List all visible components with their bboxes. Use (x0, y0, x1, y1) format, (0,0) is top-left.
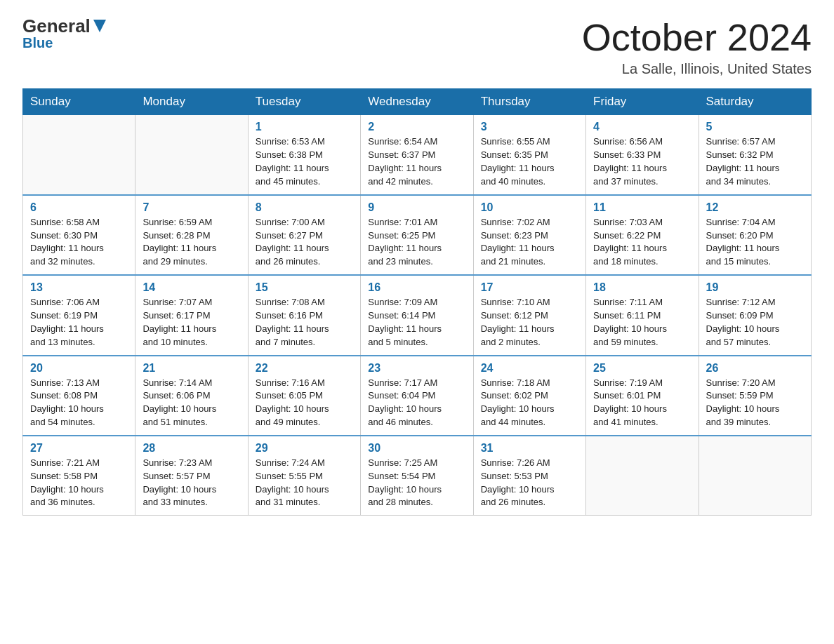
day-info: Sunrise: 7:14 AM Sunset: 6:06 PM Dayligh… (143, 377, 240, 429)
calendar-day-cell: 12Sunrise: 7:04 AM Sunset: 6:20 PM Dayli… (699, 195, 811, 275)
day-number: 7 (143, 201, 240, 214)
day-info: Sunrise: 6:57 AM Sunset: 6:32 PM Dayligh… (706, 135, 804, 188)
day-info: Sunrise: 7:10 AM Sunset: 6:12 PM Dayligh… (481, 296, 578, 349)
calendar-day-cell: 24Sunrise: 7:18 AM Sunset: 6:02 PM Dayli… (473, 356, 585, 436)
calendar-day-cell: 21Sunrise: 7:14 AM Sunset: 6:06 PM Dayli… (135, 356, 248, 436)
calendar-day-cell: 31Sunrise: 7:26 AM Sunset: 5:53 PM Dayli… (473, 436, 585, 516)
day-number: 21 (143, 362, 240, 375)
day-info: Sunrise: 6:53 AM Sunset: 6:38 PM Dayligh… (256, 135, 353, 188)
day-number: 24 (481, 362, 578, 375)
calendar-day-cell (135, 115, 248, 195)
day-number: 26 (706, 362, 804, 375)
day-info: Sunrise: 7:04 AM Sunset: 6:20 PM Dayligh… (706, 216, 804, 269)
calendar-day-cell: 11Sunrise: 7:03 AM Sunset: 6:22 PM Dayli… (586, 195, 699, 275)
day-info: Sunrise: 7:17 AM Sunset: 6:04 PM Dayligh… (368, 377, 465, 429)
day-info: Sunrise: 7:09 AM Sunset: 6:14 PM Dayligh… (368, 296, 465, 349)
day-info: Sunrise: 7:20 AM Sunset: 5:59 PM Dayligh… (706, 377, 804, 429)
day-number: 11 (593, 201, 691, 214)
day-number: 6 (30, 201, 128, 214)
calendar-day-cell: 30Sunrise: 7:25 AM Sunset: 5:54 PM Dayli… (361, 436, 473, 516)
day-number: 9 (368, 201, 465, 214)
calendar-day-cell: 13Sunrise: 7:06 AM Sunset: 6:19 PM Dayli… (23, 275, 135, 355)
day-info: Sunrise: 7:02 AM Sunset: 6:23 PM Dayligh… (481, 216, 578, 269)
calendar-day-cell: 7Sunrise: 6:59 AM Sunset: 6:28 PM Daylig… (135, 195, 248, 275)
day-header-friday: Friday (586, 89, 699, 115)
calendar-day-cell: 1Sunrise: 6:53 AM Sunset: 6:38 PM Daylig… (248, 115, 360, 195)
calendar-day-cell (699, 436, 811, 516)
day-number: 10 (481, 201, 578, 214)
day-number: 29 (256, 442, 353, 455)
day-info: Sunrise: 6:59 AM Sunset: 6:28 PM Dayligh… (143, 216, 240, 269)
calendar-day-cell: 4Sunrise: 6:56 AM Sunset: 6:33 PM Daylig… (586, 115, 699, 195)
calendar-day-cell: 14Sunrise: 7:07 AM Sunset: 6:17 PM Dayli… (135, 275, 248, 355)
calendar-day-cell: 28Sunrise: 7:23 AM Sunset: 5:57 PM Dayli… (135, 436, 248, 516)
day-number: 18 (593, 281, 691, 294)
day-info: Sunrise: 7:03 AM Sunset: 6:22 PM Dayligh… (593, 216, 691, 269)
day-number: 25 (593, 362, 691, 375)
day-number: 1 (256, 121, 353, 133)
logo-blue-text: Blue (22, 35, 53, 51)
day-info: Sunrise: 7:26 AM Sunset: 5:53 PM Dayligh… (481, 457, 578, 509)
day-info: Sunrise: 7:24 AM Sunset: 5:55 PM Dayligh… (256, 457, 353, 509)
calendar-day-cell: 5Sunrise: 6:57 AM Sunset: 6:32 PM Daylig… (699, 115, 811, 195)
day-info: Sunrise: 7:21 AM Sunset: 5:58 PM Dayligh… (30, 457, 128, 509)
day-info: Sunrise: 7:19 AM Sunset: 6:01 PM Dayligh… (593, 377, 691, 429)
calendar-day-cell: 29Sunrise: 7:24 AM Sunset: 5:55 PM Dayli… (248, 436, 360, 516)
day-number: 30 (368, 442, 465, 455)
calendar-week-row: 13Sunrise: 7:06 AM Sunset: 6:19 PM Dayli… (23, 275, 812, 355)
calendar-week-row: 6Sunrise: 6:58 AM Sunset: 6:30 PM Daylig… (23, 195, 812, 275)
day-info: Sunrise: 7:25 AM Sunset: 5:54 PM Dayligh… (368, 457, 465, 509)
calendar-day-cell: 2Sunrise: 6:54 AM Sunset: 6:37 PM Daylig… (361, 115, 473, 195)
day-number: 12 (706, 201, 804, 214)
day-number: 5 (706, 121, 804, 133)
location-subtitle: La Salle, Illinois, United States (582, 61, 812, 77)
day-info: Sunrise: 7:06 AM Sunset: 6:19 PM Dayligh… (30, 296, 128, 349)
day-info: Sunrise: 6:54 AM Sunset: 6:37 PM Dayligh… (368, 135, 465, 188)
calendar-day-cell (586, 436, 699, 516)
calendar-day-cell: 9Sunrise: 7:01 AM Sunset: 6:25 PM Daylig… (361, 195, 473, 275)
day-number: 23 (368, 362, 465, 375)
day-info: Sunrise: 6:56 AM Sunset: 6:33 PM Dayligh… (593, 135, 691, 188)
day-header-wednesday: Wednesday (361, 89, 473, 115)
day-number: 15 (256, 281, 353, 294)
calendar-table: SundayMondayTuesdayWednesdayThursdayFrid… (22, 88, 812, 516)
day-number: 20 (30, 362, 128, 375)
logo-triangle-icon (92, 18, 107, 34)
day-number: 8 (256, 201, 353, 214)
day-number: 16 (368, 281, 465, 294)
calendar-day-cell: 3Sunrise: 6:55 AM Sunset: 6:35 PM Daylig… (473, 115, 585, 195)
calendar-day-cell (23, 115, 135, 195)
logo: General Blue (22, 17, 107, 51)
calendar-week-row: 27Sunrise: 7:21 AM Sunset: 5:58 PM Dayli… (23, 436, 812, 516)
calendar-day-cell: 8Sunrise: 7:00 AM Sunset: 6:27 PM Daylig… (248, 195, 360, 275)
day-info: Sunrise: 7:13 AM Sunset: 6:08 PM Dayligh… (30, 377, 128, 429)
day-info: Sunrise: 7:08 AM Sunset: 6:16 PM Dayligh… (256, 296, 353, 349)
day-info: Sunrise: 7:00 AM Sunset: 6:27 PM Dayligh… (256, 216, 353, 269)
day-header-thursday: Thursday (473, 89, 585, 115)
title-block: October 2024 La Salle, Illinois, United … (582, 17, 812, 77)
calendar-day-cell: 26Sunrise: 7:20 AM Sunset: 5:59 PM Dayli… (699, 356, 811, 436)
day-number: 22 (256, 362, 353, 375)
calendar-day-cell: 10Sunrise: 7:02 AM Sunset: 6:23 PM Dayli… (473, 195, 585, 275)
calendar-day-cell: 17Sunrise: 7:10 AM Sunset: 6:12 PM Dayli… (473, 275, 585, 355)
day-number: 27 (30, 442, 128, 455)
day-number: 19 (706, 281, 804, 294)
svg-marker-0 (93, 20, 106, 32)
day-header-tuesday: Tuesday (248, 89, 360, 115)
calendar-day-cell: 25Sunrise: 7:19 AM Sunset: 6:01 PM Dayli… (586, 356, 699, 436)
day-info: Sunrise: 7:07 AM Sunset: 6:17 PM Dayligh… (143, 296, 240, 349)
day-number: 2 (368, 121, 465, 133)
calendar-day-cell: 18Sunrise: 7:11 AM Sunset: 6:11 PM Dayli… (586, 275, 699, 355)
day-number: 13 (30, 281, 128, 294)
calendar-day-cell: 22Sunrise: 7:16 AM Sunset: 6:05 PM Dayli… (248, 356, 360, 436)
day-header-sunday: Sunday (23, 89, 135, 115)
day-info: Sunrise: 7:18 AM Sunset: 6:02 PM Dayligh… (481, 377, 578, 429)
calendar-day-cell: 16Sunrise: 7:09 AM Sunset: 6:14 PM Dayli… (361, 275, 473, 355)
page-header: General Blue October 2024 La Salle, Illi… (22, 17, 812, 77)
day-number: 31 (481, 442, 578, 455)
calendar-day-cell: 6Sunrise: 6:58 AM Sunset: 6:30 PM Daylig… (23, 195, 135, 275)
calendar-week-row: 20Sunrise: 7:13 AM Sunset: 6:08 PM Dayli… (23, 356, 812, 436)
day-info: Sunrise: 7:01 AM Sunset: 6:25 PM Dayligh… (368, 216, 465, 269)
day-number: 3 (481, 121, 578, 133)
day-number: 17 (481, 281, 578, 294)
